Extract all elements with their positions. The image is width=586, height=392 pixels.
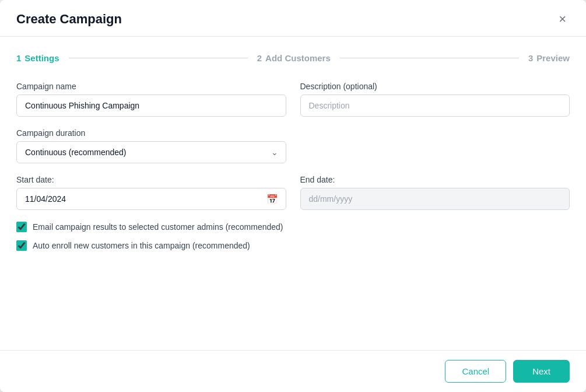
- step-1-settings: 1 Settings: [16, 53, 59, 63]
- email-results-label: Email campaign results to selected custo…: [33, 222, 283, 232]
- description-group: Description (optional): [300, 82, 570, 117]
- step-3-label: Preview: [536, 53, 570, 63]
- start-date-label: Start date:: [16, 175, 286, 184]
- stepper: 1 Settings 2 Add Customers 3 Preview: [16, 53, 570, 63]
- form-row-duration: Campaign duration Continuous (recommende…: [16, 128, 570, 163]
- auto-enroll-checkbox[interactable]: [16, 240, 27, 251]
- step-1-number: 1: [16, 53, 21, 63]
- modal-overlay: Create Campaign × 1 Settings 2 Add Custo…: [0, 0, 586, 392]
- cancel-button[interactable]: Cancel: [445, 360, 506, 383]
- close-button[interactable]: ×: [555, 12, 570, 27]
- description-input[interactable]: [300, 94, 570, 117]
- campaign-name-label: Campaign name: [16, 82, 286, 91]
- modal-footer: Cancel Next: [0, 350, 586, 392]
- auto-enroll-label: Auto enroll new customers in this campai…: [33, 241, 250, 250]
- next-button[interactable]: Next: [513, 360, 570, 383]
- campaign-name-group: Campaign name: [16, 82, 286, 117]
- end-date-wrapper: [300, 188, 570, 210]
- end-date-group: End date:: [300, 175, 570, 210]
- description-label: Description (optional): [300, 82, 570, 91]
- modal-dialog: Create Campaign × 1 Settings 2 Add Custo…: [0, 0, 586, 392]
- step-2-add-customers: 2 Add Customers: [257, 53, 331, 63]
- step-3-preview: 3 Preview: [528, 53, 570, 63]
- step-divider-2: [340, 58, 519, 58]
- start-date-wrapper: 📅: [16, 188, 286, 210]
- campaign-duration-group: Campaign duration Continuous (recommende…: [16, 128, 286, 163]
- form-row-name-description: Campaign name Description (optional): [16, 82, 570, 117]
- end-date-input[interactable]: [300, 188, 570, 210]
- campaign-name-input[interactable]: [16, 94, 286, 117]
- start-date-input[interactable]: [16, 188, 286, 210]
- email-results-checkbox[interactable]: [16, 222, 27, 232]
- checkbox-group: Email campaign results to selected custo…: [16, 222, 570, 251]
- campaign-duration-select-wrapper: Continuous (recommended) Fixed duration …: [16, 141, 286, 163]
- modal-header: Create Campaign ×: [0, 0, 586, 37]
- step-2-label: Add Customers: [265, 53, 331, 63]
- modal-title: Create Campaign: [16, 12, 122, 27]
- form-row-dates: Start date: 📅 End date:: [16, 175, 570, 210]
- checkbox-item-email: Email campaign results to selected custo…: [16, 222, 570, 232]
- end-date-label: End date:: [300, 175, 570, 184]
- duration-spacer: [300, 128, 570, 163]
- modal-body: 1 Settings 2 Add Customers 3 Preview Cam…: [0, 37, 586, 350]
- step-2-number: 2: [257, 53, 262, 63]
- start-date-group: Start date: 📅: [16, 175, 286, 210]
- checkbox-item-autoenroll: Auto enroll new customers in this campai…: [16, 240, 570, 251]
- campaign-duration-select[interactable]: Continuous (recommended) Fixed duration: [16, 141, 286, 163]
- step-1-label: Settings: [24, 53, 59, 63]
- step-3-number: 3: [528, 53, 533, 63]
- campaign-duration-label: Campaign duration: [16, 128, 286, 138]
- step-divider-1: [69, 58, 248, 58]
